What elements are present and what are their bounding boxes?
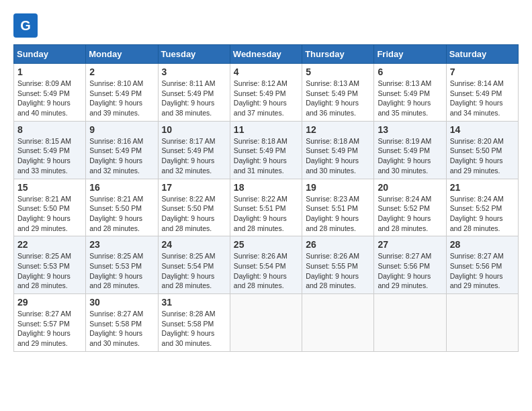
cell-text: Sunrise: 8:22 AMSunset: 5:50 PMDaylight:…: [162, 195, 216, 232]
day-number: 23: [89, 239, 154, 250]
calendar-cell-3: 3Sunrise: 8:11 AMSunset: 5:49 PMDaylight…: [158, 64, 230, 122]
day-number: 10: [162, 124, 226, 135]
cell-text: Sunrise: 8:25 AMSunset: 5:53 PMDaylight:…: [17, 252, 71, 289]
day-number: 7: [450, 66, 515, 77]
day-number: 3: [162, 66, 226, 77]
calendar-cell-empty: [230, 294, 302, 352]
day-number: 1: [17, 66, 82, 77]
calendar-cell-25: 25Sunrise: 8:26 AMSunset: 5:54 PMDayligh…: [230, 236, 302, 294]
calendar-cell-17: 17Sunrise: 8:22 AMSunset: 5:50 PMDayligh…: [158, 179, 230, 236]
day-number: 11: [234, 124, 298, 135]
page-header: G: [13, 13, 519, 38]
calendar-week-3: 22Sunrise: 8:25 AMSunset: 5:53 PMDayligh…: [14, 236, 519, 294]
calendar-cell-14: 14Sunrise: 8:20 AMSunset: 5:50 PMDayligh…: [446, 121, 518, 179]
calendar-cell-21: 21Sunrise: 8:24 AMSunset: 5:52 PMDayligh…: [446, 179, 518, 236]
cell-text: Sunrise: 8:20 AMSunset: 5:50 PMDaylight:…: [450, 137, 504, 175]
calendar-cell-1: 1Sunrise: 8:09 AMSunset: 5:49 PMDaylight…: [14, 64, 86, 122]
calendar-cell-19: 19Sunrise: 8:23 AMSunset: 5:51 PMDayligh…: [302, 179, 374, 236]
calendar-week-2: 15Sunrise: 8:21 AMSunset: 5:50 PMDayligh…: [14, 179, 519, 236]
calendar-cell-22: 22Sunrise: 8:25 AMSunset: 5:53 PMDayligh…: [14, 236, 86, 294]
weekday-header-tuesday: Tuesday: [158, 45, 230, 64]
calendar-cell-26: 26Sunrise: 8:26 AMSunset: 5:55 PMDayligh…: [302, 236, 374, 294]
calendar-cell-29: 29Sunrise: 8:27 AMSunset: 5:57 PMDayligh…: [14, 294, 86, 352]
cell-text: Sunrise: 8:17 AMSunset: 5:49 PMDaylight:…: [162, 137, 216, 175]
calendar-cell-empty: [374, 294, 446, 352]
calendar-cell-8: 8Sunrise: 8:15 AMSunset: 5:49 PMDaylight…: [14, 121, 86, 179]
day-number: 13: [378, 124, 442, 135]
calendar-cell-16: 16Sunrise: 8:21 AMSunset: 5:50 PMDayligh…: [86, 179, 158, 236]
calendar-cell-9: 9Sunrise: 8:16 AMSunset: 5:49 PMDaylight…: [86, 121, 158, 179]
day-number: 31: [162, 297, 226, 308]
cell-text: Sunrise: 8:25 AMSunset: 5:53 PMDaylight:…: [89, 252, 143, 289]
calendar-cell-11: 11Sunrise: 8:18 AMSunset: 5:49 PMDayligh…: [230, 121, 302, 179]
calendar-cell-15: 15Sunrise: 8:21 AMSunset: 5:50 PMDayligh…: [14, 179, 86, 236]
day-number: 27: [378, 239, 442, 250]
cell-text: Sunrise: 8:24 AMSunset: 5:52 PMDaylight:…: [378, 195, 431, 232]
weekday-header-monday: Monday: [86, 45, 158, 64]
day-number: 16: [89, 182, 154, 193]
logo-icon: G: [13, 13, 38, 38]
weekday-header-friday: Friday: [374, 45, 446, 64]
calendar-cell-24: 24Sunrise: 8:25 AMSunset: 5:54 PMDayligh…: [158, 236, 230, 294]
calendar-cell-4: 4Sunrise: 8:12 AMSunset: 5:49 PMDaylight…: [230, 64, 302, 122]
calendar-cell-13: 13Sunrise: 8:19 AMSunset: 5:49 PMDayligh…: [374, 121, 446, 179]
calendar-cell-12: 12Sunrise: 8:18 AMSunset: 5:49 PMDayligh…: [302, 121, 374, 179]
cell-text: Sunrise: 8:09 AMSunset: 5:49 PMDaylight:…: [17, 79, 71, 117]
cell-text: Sunrise: 8:13 AMSunset: 5:49 PMDaylight:…: [378, 79, 431, 117]
cell-text: Sunrise: 8:19 AMSunset: 5:49 PMDaylight:…: [378, 137, 431, 175]
day-number: 2: [89, 66, 154, 77]
calendar-cell-5: 5Sunrise: 8:13 AMSunset: 5:49 PMDaylight…: [302, 64, 374, 122]
day-number: 4: [234, 66, 298, 77]
calendar-cell-30: 30Sunrise: 8:27 AMSunset: 5:58 PMDayligh…: [86, 294, 158, 352]
calendar-cell-empty: [302, 294, 374, 352]
day-number: 22: [17, 239, 82, 250]
weekday-header-row: SundayMondayTuesdayWednesdayThursdayFrid…: [14, 45, 519, 64]
calendar-cell-27: 27Sunrise: 8:27 AMSunset: 5:56 PMDayligh…: [374, 236, 446, 294]
day-number: 19: [306, 182, 370, 193]
cell-text: Sunrise: 8:10 AMSunset: 5:49 PMDaylight:…: [89, 79, 143, 117]
cell-text: Sunrise: 8:23 AMSunset: 5:51 PMDaylight:…: [306, 195, 359, 232]
cell-text: Sunrise: 8:12 AMSunset: 5:49 PMDaylight:…: [234, 79, 287, 117]
cell-text: Sunrise: 8:24 AMSunset: 5:52 PMDaylight:…: [450, 195, 504, 232]
calendar-week-0: 1Sunrise: 8:09 AMSunset: 5:49 PMDaylight…: [14, 64, 519, 122]
cell-text: Sunrise: 8:25 AMSunset: 5:54 PMDaylight:…: [162, 252, 216, 289]
cell-text: Sunrise: 8:13 AMSunset: 5:49 PMDaylight:…: [306, 79, 359, 117]
cell-text: Sunrise: 8:15 AMSunset: 5:49 PMDaylight:…: [17, 137, 71, 175]
cell-text: Sunrise: 8:11 AMSunset: 5:49 PMDaylight:…: [162, 79, 216, 117]
cell-text: Sunrise: 8:18 AMSunset: 5:49 PMDaylight:…: [234, 137, 287, 175]
calendar-cell-20: 20Sunrise: 8:24 AMSunset: 5:52 PMDayligh…: [374, 179, 446, 236]
cell-text: Sunrise: 8:28 AMSunset: 5:58 PMDaylight:…: [162, 310, 216, 347]
svg-text:G: G: [20, 18, 31, 33]
calendar-week-1: 8Sunrise: 8:15 AMSunset: 5:49 PMDaylight…: [14, 121, 519, 179]
day-number: 30: [89, 297, 154, 308]
cell-text: Sunrise: 8:14 AMSunset: 5:49 PMDaylight:…: [450, 79, 504, 117]
cell-text: Sunrise: 8:26 AMSunset: 5:54 PMDaylight:…: [234, 252, 287, 289]
calendar-cell-6: 6Sunrise: 8:13 AMSunset: 5:49 PMDaylight…: [374, 64, 446, 122]
day-number: 17: [162, 182, 226, 193]
cell-text: Sunrise: 8:16 AMSunset: 5:49 PMDaylight:…: [89, 137, 143, 175]
cell-text: Sunrise: 8:18 AMSunset: 5:49 PMDaylight:…: [306, 137, 359, 175]
day-number: 8: [17, 124, 82, 135]
calendar-week-4: 29Sunrise: 8:27 AMSunset: 5:57 PMDayligh…: [14, 294, 519, 352]
calendar-table: SundayMondayTuesdayWednesdayThursdayFrid…: [13, 44, 519, 352]
cell-text: Sunrise: 8:27 AMSunset: 5:56 PMDaylight:…: [378, 252, 431, 289]
logo: G: [13, 13, 43, 38]
calendar-cell-2: 2Sunrise: 8:10 AMSunset: 5:49 PMDaylight…: [86, 64, 158, 122]
day-number: 5: [306, 66, 370, 77]
day-number: 25: [234, 239, 298, 250]
day-number: 28: [450, 239, 515, 250]
calendar-cell-31: 31Sunrise: 8:28 AMSunset: 5:58 PMDayligh…: [158, 294, 230, 352]
day-number: 26: [306, 239, 370, 250]
weekday-header-sunday: Sunday: [14, 45, 86, 64]
day-number: 24: [162, 239, 226, 250]
day-number: 12: [306, 124, 370, 135]
cell-text: Sunrise: 8:21 AMSunset: 5:50 PMDaylight:…: [17, 195, 71, 232]
day-number: 6: [378, 66, 442, 77]
day-number: 29: [17, 297, 82, 308]
day-number: 15: [17, 182, 82, 193]
calendar-cell-10: 10Sunrise: 8:17 AMSunset: 5:49 PMDayligh…: [158, 121, 230, 179]
day-number: 20: [378, 182, 442, 193]
cell-text: Sunrise: 8:27 AMSunset: 5:57 PMDaylight:…: [17, 310, 71, 347]
calendar-cell-18: 18Sunrise: 8:22 AMSunset: 5:51 PMDayligh…: [230, 179, 302, 236]
weekday-header-saturday: Saturday: [446, 45, 518, 64]
